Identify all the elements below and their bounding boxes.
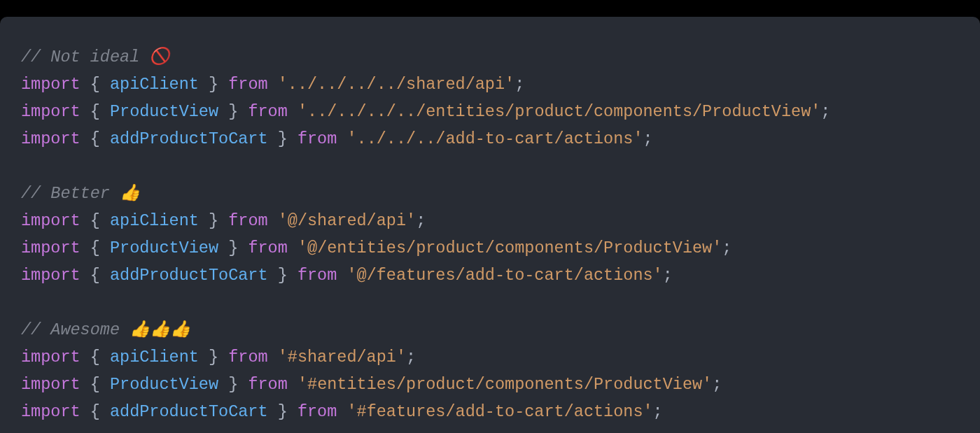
- keyword-from: from: [248, 239, 287, 257]
- import-path: '#features/add-to-cart/actions': [346, 402, 652, 421]
- keyword-import: import: [21, 102, 80, 121]
- keyword-from: from: [228, 211, 267, 230]
- keyword-from: from: [248, 375, 287, 394]
- keyword-import: import: [21, 239, 80, 257]
- import-identifier: ProductView: [110, 102, 218, 121]
- import-path: '../../../add-to-cart/actions': [346, 129, 643, 148]
- keyword-import: import: [21, 75, 80, 94]
- import-identifier: apiClient: [110, 75, 199, 94]
- import-identifier: ProductView: [110, 239, 218, 257]
- keyword-import: import: [21, 266, 80, 285]
- import-path: '@/shared/api': [278, 211, 416, 230]
- import-path: '#entities/product/components/ProductVie…: [298, 375, 712, 394]
- keyword-from: from: [248, 102, 287, 121]
- import-identifier: addProductToCart: [110, 266, 268, 285]
- import-path: '#shared/api': [278, 348, 406, 367]
- import-path: '../../../../entities/product/components…: [298, 102, 820, 121]
- keyword-from: from: [228, 348, 267, 367]
- import-identifier: ProductView: [110, 375, 218, 394]
- keyword-import: import: [21, 211, 80, 230]
- code-comment: // Awesome 👍👍👍: [21, 320, 190, 339]
- import-path: '@/entities/product/components/ProductVi…: [298, 239, 722, 257]
- keyword-import: import: [21, 348, 80, 367]
- import-path: '../../../../shared/api': [278, 75, 514, 94]
- keyword-from: from: [298, 402, 337, 421]
- import-identifier: apiClient: [110, 348, 199, 367]
- keyword-from: from: [298, 266, 337, 285]
- import-identifier: addProductToCart: [110, 402, 268, 421]
- keyword-from: from: [298, 129, 337, 148]
- import-identifier: apiClient: [110, 211, 199, 230]
- import-identifier: addProductToCart: [110, 129, 268, 148]
- code-block: // Not ideal 🚫 import { apiClient } from…: [0, 17, 980, 434]
- import-path: '@/features/add-to-cart/actions': [346, 266, 662, 285]
- code-comment: // Better 👍: [21, 184, 140, 203]
- keyword-import: import: [21, 129, 80, 148]
- keyword-import: import: [21, 375, 80, 394]
- keyword-from: from: [228, 75, 267, 94]
- keyword-import: import: [21, 402, 80, 421]
- code-comment: // Not ideal 🚫: [21, 48, 169, 66]
